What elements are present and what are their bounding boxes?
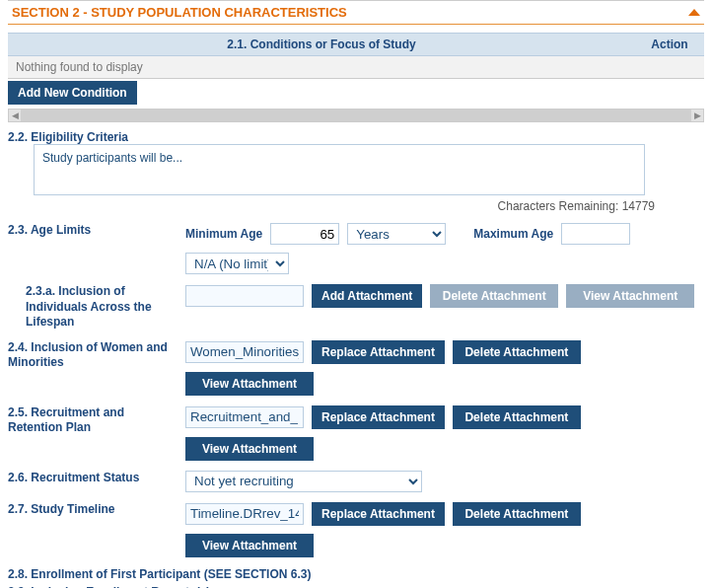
horizontal-scrollbar[interactable]: ◀ ▶	[8, 109, 704, 122]
section-2-header[interactable]: SECTION 2 - STUDY POPULATION CHARACTERIS…	[8, 0, 704, 25]
s25-delete-attachment-button[interactable]: Delete Attachment	[453, 405, 581, 429]
scroll-right-icon[interactable]: ▶	[691, 110, 703, 121]
scroll-left-icon[interactable]: ◀	[9, 110, 21, 121]
s27-view-attachment-button[interactable]: View Attachment	[185, 534, 314, 557]
s28-label: 2.8. Enrollment of First Participant (SE…	[8, 567, 704, 581]
recruitment-status-select[interactable]: Not yet recruiting	[185, 471, 422, 492]
s21-action-header: Action	[635, 34, 704, 56]
chars-remaining: Characters Remaining: 14779	[8, 199, 655, 213]
s22-label: 2.2. Eligibility Criteria	[8, 130, 704, 144]
s24-file-input[interactable]	[185, 341, 304, 363]
s23a-delete-attachment-button: Delete Attachment	[430, 284, 558, 308]
min-age-unit-select[interactable]: Years	[347, 223, 446, 245]
max-age-label: Maximum Age	[473, 227, 553, 241]
s21-title-header: 2.1. Conditions or Focus of Study	[8, 34, 635, 56]
s25-view-attachment-button[interactable]: View Attachment	[185, 437, 314, 461]
subsection-2-1: 2.1. Conditions or Focus of Study Action…	[8, 33, 704, 122]
s23a-add-attachment-button[interactable]: Add Attachment	[312, 284, 422, 308]
collapse-up-icon[interactable]	[688, 9, 700, 16]
max-age-input[interactable]	[561, 223, 630, 245]
s24-delete-attachment-button[interactable]: Delete Attachment	[453, 340, 581, 364]
s24-replace-attachment-button[interactable]: Replace Attachment	[312, 340, 445, 364]
section-2-title: SECTION 2 - STUDY POPULATION CHARACTERIS…	[12, 5, 347, 20]
add-new-condition-button[interactable]: Add New Condition	[8, 81, 137, 105]
s24-label: 2.4. Inclusion of Women and Minorities	[8, 340, 178, 371]
s27-delete-attachment-button[interactable]: Delete Attachment	[453, 502, 581, 526]
min-age-input[interactable]	[270, 223, 339, 245]
min-age-label: Minimum Age	[185, 227, 262, 241]
s23-label: 2.3. Age Limits	[8, 223, 178, 237]
s27-file-input[interactable]	[185, 503, 304, 525]
s23a-file-input[interactable]	[185, 285, 304, 307]
s24-view-attachment-button[interactable]: View Attachment	[185, 372, 314, 396]
s23a-view-attachment-button: View Attachment	[566, 284, 694, 308]
max-age-unit-select[interactable]: N/A (No limit)	[185, 253, 289, 274]
s21-empty-message: Nothing found to display	[8, 56, 704, 79]
scroll-track[interactable]	[21, 110, 691, 121]
eligibility-criteria-textarea[interactable]: Study participants will be...	[34, 144, 645, 195]
s27-replace-attachment-button[interactable]: Replace Attachment	[312, 502, 445, 526]
s25-file-input[interactable]	[185, 406, 304, 428]
s25-replace-attachment-button[interactable]: Replace Attachment	[312, 405, 445, 429]
s23a-label: 2.3.a. Inclusion of Individuals Across t…	[26, 284, 178, 331]
s26-label: 2.6. Recruitment Status	[8, 471, 178, 484]
s25-label: 2.5. Recruitment and Retention Plan	[8, 405, 178, 436]
s27-label: 2.7. Study Timeline	[8, 502, 178, 516]
